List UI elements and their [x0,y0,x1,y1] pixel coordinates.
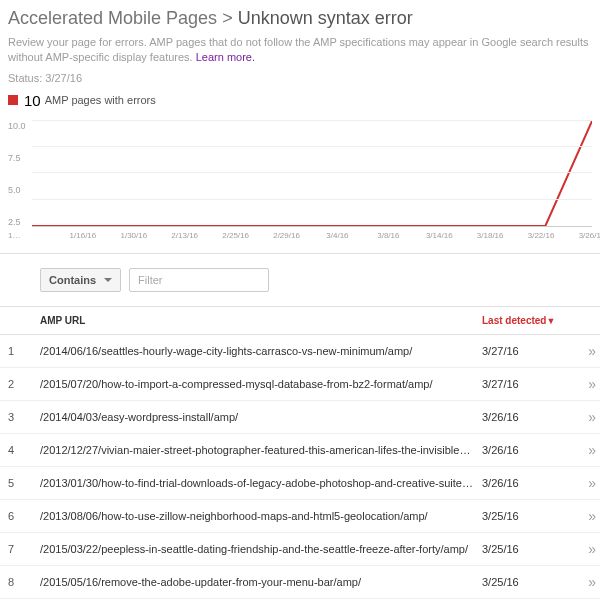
row-open-icon[interactable]: » [562,343,592,359]
row-index: 5 [8,477,40,489]
ytick: 5.0 [8,185,32,195]
table-row[interactable]: 7/2015/03/22/peepless-in-seattle-dating-… [0,533,600,566]
subtext-body: Review your page for errors. AMP pages t… [8,36,588,63]
row-index: 3 [8,411,40,423]
row-url: /2015/03/22/peepless-in-seattle-dating-f… [40,543,482,555]
breadcrumb-parent[interactable]: Accelerated Mobile Pages [8,8,217,28]
header: Accelerated Mobile Pages > Unknown synta… [0,0,600,115]
metric-swatch [8,95,18,105]
row-index: 4 [8,444,40,456]
row-index: 7 [8,543,40,555]
table-row[interactable]: 1/2014/06/16/seattles-hourly-wage-city-l… [0,335,600,368]
chart: 10.07.55.02.5 1…1/16/161/30/162/13/162/2… [8,115,592,245]
status-label: Status: [8,72,42,84]
row-url: /2014/04/03/easy-wordpress-install/amp/ [40,411,482,423]
row-index: 1 [8,345,40,357]
table: AMP URL Last detected▼ 1/2014/06/16/seat… [0,306,600,604]
row-url: /2013/01/30/how-to-find-trial-downloads-… [40,477,482,489]
dropdown-label: Contains [49,274,96,286]
row-date: 3/27/16 [482,378,562,390]
table-row[interactable]: 8/2015/05/16/remove-the-adobe-updater-fr… [0,566,600,599]
chart-svg [32,121,592,226]
row-index: 2 [8,378,40,390]
col-url-header[interactable]: AMP URL [40,315,482,326]
xtick: 1/16/16 [70,231,97,240]
row-open-icon[interactable]: » [562,475,592,491]
metric-count: 10 [24,92,41,109]
row-open-icon[interactable]: » [562,508,592,524]
row-date: 3/25/16 [482,510,562,522]
xtick: 3/22/16 [528,231,555,240]
row-index: 6 [8,510,40,522]
sort-desc-icon: ▼ [546,316,555,326]
row-url: /2013/08/06/how-to-use-zillow-neighborho… [40,510,482,522]
table-row[interactable]: 4/2012/12/27/vivian-maier-street-photogr… [0,434,600,467]
xtick: 1/30/16 [120,231,147,240]
row-url: /2014/06/16/seattles-hourly-wage-city-li… [40,345,482,357]
table-body: 1/2014/06/16/seattles-hourly-wage-city-l… [0,335,600,604]
xtick: 3/14/16 [426,231,453,240]
table-row[interactable]: 2/2015/07/20/how-to-import-a-compressed-… [0,368,600,401]
table-row[interactable]: 9/2013/01/30/how-to-download-the-apple-a… [0,599,600,604]
row-url: /2015/05/16/remove-the-adobe-updater-fro… [40,576,482,588]
xtick: 3/8/16 [377,231,399,240]
subtext: Review your page for errors. AMP pages t… [8,35,592,66]
breadcrumb: Accelerated Mobile Pages > Unknown synta… [8,8,592,29]
xtick: 3/4/16 [326,231,348,240]
table-row[interactable]: 5/2013/01/30/how-to-find-trial-downloads… [0,467,600,500]
chart-plot [32,121,592,227]
xtick: 2/25/16 [222,231,249,240]
breadcrumb-current: Unknown syntax error [238,8,413,28]
learn-more-link[interactable]: Learn more. [196,51,255,63]
row-date: 3/26/16 [482,411,562,423]
status-date: 3/27/16 [45,72,82,84]
xtick: 3/26/16 [579,231,600,240]
row-open-icon[interactable]: » [562,409,592,425]
filter-mode-dropdown[interactable]: Contains [40,268,121,292]
row-date: 3/25/16 [482,543,562,555]
status-line: Status: 3/27/16 [8,72,592,84]
xtick: 1… [8,231,20,240]
row-open-icon[interactable]: » [562,574,592,590]
ytick: 2.5 [8,217,32,227]
table-header: AMP URL Last detected▼ [0,306,600,335]
table-row[interactable]: 6/2013/08/06/how-to-use-zillow-neighborh… [0,500,600,533]
chart-line [32,121,592,226]
row-date: 3/26/16 [482,477,562,489]
breadcrumb-sep: > [222,8,233,28]
col-date-header[interactable]: Last detected▼ [482,315,562,326]
row-open-icon[interactable]: » [562,541,592,557]
filter-input[interactable] [129,268,269,292]
xtick: 3/18/16 [477,231,504,240]
xtick: 2/29/16 [273,231,300,240]
chevron-down-icon [104,278,112,282]
row-date: 3/26/16 [482,444,562,456]
toolbar: Contains [0,254,600,306]
row-url: /2012/12/27/vivian-maier-street-photogra… [40,444,482,456]
row-open-icon[interactable]: » [562,376,592,392]
col-date-label: Last detected [482,315,546,326]
row-date: 3/27/16 [482,345,562,357]
ytick: 10.0 [8,121,32,131]
row-date: 3/25/16 [482,576,562,588]
row-url: /2015/07/20/how-to-import-a-compressed-m… [40,378,482,390]
row-open-icon[interactable]: » [562,442,592,458]
chart-xaxis: 1…1/16/161/30/162/13/162/25/162/29/163/4… [8,231,592,245]
metric: 10 AMP pages with errors [8,92,592,109]
row-index: 8 [8,576,40,588]
xtick: 2/13/16 [171,231,198,240]
chart-yaxis: 10.07.55.02.5 [8,121,32,227]
metric-label: AMP pages with errors [45,94,156,106]
table-row[interactable]: 3/2014/04/03/easy-wordpress-install/amp/… [0,401,600,434]
ytick: 7.5 [8,153,32,163]
